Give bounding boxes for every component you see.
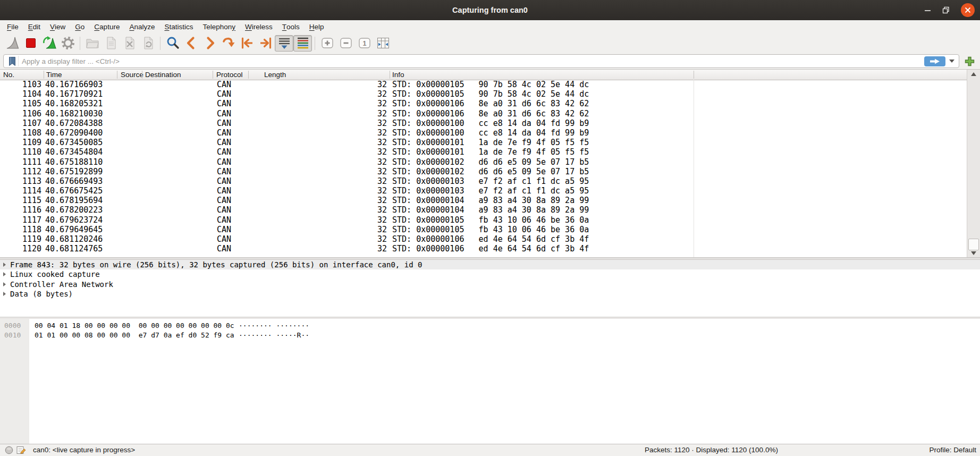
menu-tools[interactable]: Tools bbox=[277, 20, 305, 33]
find-button[interactable] bbox=[163, 35, 182, 52]
cell-no: 1109 bbox=[0, 138, 41, 147]
capture-options-button[interactable] bbox=[58, 35, 77, 52]
expand-arrow-icon[interactable] bbox=[3, 282, 6, 286]
detail-tree-item[interactable]: Linux cooked capture bbox=[0, 269, 980, 279]
column-header-source[interactable]: Source bbox=[121, 70, 143, 80]
column-header-info[interactable]: Info bbox=[392, 70, 404, 80]
packet-row[interactable]: 111740.679623724CAN32STD: 0x00000105 fb … bbox=[0, 215, 967, 225]
cell-info: STD: 0x00000105 fb 43 10 06 46 be 36 0a bbox=[392, 215, 589, 225]
cell-len: 32 bbox=[344, 109, 387, 119]
packet-row[interactable]: 110840.672090400CAN32STD: 0x00000100 cc … bbox=[0, 128, 967, 138]
column-header-no[interactable]: No. bbox=[3, 70, 14, 80]
capture-restart-button[interactable] bbox=[40, 35, 58, 52]
packet-row[interactable]: 110440.167170921CAN32STD: 0x00000105 90 … bbox=[0, 89, 967, 99]
packet-row[interactable]: 111440.676675425CAN32STD: 0x00000103 e7 … bbox=[0, 186, 967, 196]
packet-row[interactable]: 110340.167166903CAN32STD: 0x00000105 90 … bbox=[0, 80, 967, 89]
expert-info-icon[interactable] bbox=[5, 446, 13, 456]
packet-row[interactable]: 111640.678200223CAN32STD: 0x00000104 a9 … bbox=[0, 205, 967, 215]
column-divider[interactable] bbox=[117, 71, 117, 79]
zoom-original-button[interactable]: 1 bbox=[355, 35, 374, 52]
packet-row[interactable]: 111140.675188110CAN32STD: 0x00000102 d6 … bbox=[0, 157, 967, 167]
capture-start-button bbox=[3, 35, 21, 52]
zoom-in-button[interactable] bbox=[318, 35, 336, 52]
display-filter-input[interactable] bbox=[21, 57, 924, 66]
packet-row[interactable]: 110640.168210030CAN32STD: 0x00000106 8e … bbox=[0, 109, 967, 119]
detail-tree-item[interactable]: Frame 843: 32 bytes on wire (256 bits), … bbox=[0, 260, 980, 269]
menu-edit[interactable]: Edit bbox=[23, 20, 45, 33]
column-divider[interactable] bbox=[44, 71, 44, 79]
close-button[interactable] bbox=[961, 3, 975, 17]
menu-file[interactable]: File bbox=[2, 20, 23, 33]
column-header-protocol[interactable]: Protocol bbox=[216, 70, 243, 80]
resize-columns-button[interactable] bbox=[374, 35, 392, 52]
cell-proto: CAN bbox=[217, 89, 231, 99]
expand-arrow-icon[interactable] bbox=[3, 272, 6, 276]
go-last-button[interactable] bbox=[256, 35, 275, 52]
go-to-packet-button[interactable] bbox=[219, 35, 238, 52]
menu-telephony[interactable]: Telephony bbox=[198, 20, 240, 33]
cell-time: 40.672090400 bbox=[45, 128, 103, 138]
packet-row[interactable]: 111040.673454804CAN32STD: 0x00000101 1a … bbox=[0, 147, 967, 157]
column-divider[interactable] bbox=[248, 71, 249, 79]
column-header-length[interactable]: Length bbox=[264, 70, 286, 80]
menu-analyze[interactable]: Analyze bbox=[124, 20, 159, 33]
packet-row[interactable]: 110540.168205321CAN32STD: 0x00000106 8e … bbox=[0, 99, 967, 108]
packet-row[interactable]: 111340.676669493CAN32STD: 0x00000103 e7 … bbox=[0, 176, 967, 186]
filter-dropdown-caret-icon[interactable] bbox=[949, 60, 954, 63]
packet-list-scrollbar[interactable] bbox=[967, 70, 980, 258]
cell-info: STD: 0x00000103 e7 f2 af c1 f1 dc a5 95 bbox=[392, 186, 589, 196]
packet-row[interactable]: 111940.681120246CAN32STD: 0x00000106 ed … bbox=[0, 234, 967, 244]
go-forward-button[interactable] bbox=[200, 35, 219, 52]
colorize-button[interactable] bbox=[293, 35, 312, 52]
menu-go[interactable]: Go bbox=[70, 20, 89, 33]
cell-len: 32 bbox=[344, 147, 387, 157]
display-filter-field[interactable] bbox=[3, 54, 959, 68]
column-header-time[interactable]: Time bbox=[46, 70, 62, 80]
cell-no: 1119 bbox=[0, 234, 41, 244]
capture-comment-icon[interactable] bbox=[16, 445, 26, 456]
packet-row[interactable]: 111540.678195694CAN32STD: 0x00000104 a9 … bbox=[0, 196, 967, 205]
cell-time: 40.678200223 bbox=[45, 205, 103, 215]
column-divider[interactable] bbox=[694, 71, 694, 79]
menu-capture[interactable]: Capture bbox=[89, 20, 124, 33]
menu-view[interactable]: View bbox=[45, 20, 70, 33]
minimize-button[interactable] bbox=[924, 7, 931, 14]
menu-wireless[interactable]: Wireless bbox=[240, 20, 277, 33]
expand-arrow-icon[interactable] bbox=[3, 263, 6, 267]
column-divider[interactable] bbox=[142, 71, 142, 79]
profile-button[interactable]: Profile: Default bbox=[929, 444, 976, 456]
menu-help[interactable]: Help bbox=[305, 20, 329, 33]
column-divider[interactable] bbox=[213, 71, 213, 79]
auto-scroll-button[interactable] bbox=[275, 35, 293, 52]
restore-button[interactable] bbox=[942, 6, 950, 14]
resize-columns-icon bbox=[376, 36, 391, 50]
menu-statistics[interactable]: Statistics bbox=[159, 20, 198, 33]
hex-dump-line[interactable]: 000000 04 01 18 00 00 00 00 00 00 00 00 … bbox=[0, 321, 980, 331]
cell-no: 1112 bbox=[0, 167, 41, 176]
hex-dump-line[interactable]: 001001 01 00 00 08 00 00 00 e7 d7 0a ef … bbox=[0, 331, 980, 340]
packet-row[interactable]: 111840.679649645CAN32STD: 0x00000105 fb … bbox=[0, 225, 967, 234]
cell-no: 1113 bbox=[0, 176, 41, 186]
scrollbar-up-icon[interactable] bbox=[967, 70, 980, 79]
go-first-button[interactable] bbox=[238, 35, 256, 52]
packet-row[interactable]: 112040.681124765CAN32STD: 0x00000106 ed … bbox=[0, 244, 967, 254]
reload-icon bbox=[141, 36, 156, 50]
detail-tree-item[interactable]: Data (8 bytes) bbox=[0, 289, 980, 299]
apply-filter-button[interactable] bbox=[924, 56, 945, 66]
column-header-destination[interactable]: Destination bbox=[145, 70, 181, 80]
go-back-button[interactable] bbox=[182, 35, 200, 52]
packet-row[interactable]: 110740.672084388CAN32STD: 0x00000100 cc … bbox=[0, 119, 967, 128]
filter-bookmark-icon[interactable] bbox=[6, 56, 19, 66]
scrollbar-down-icon[interactable] bbox=[967, 249, 980, 258]
cell-info: STD: 0x00000100 cc e8 14 da 04 fd 99 b9 bbox=[392, 128, 589, 138]
cell-no: 1111 bbox=[0, 157, 41, 167]
add-filter-button-plus-icon[interactable] bbox=[962, 54, 977, 68]
capture-stop-button[interactable] bbox=[21, 35, 40, 52]
cell-time: 40.679623724 bbox=[45, 215, 103, 225]
packet-row[interactable]: 110940.673450085CAN32STD: 0x00000101 1a … bbox=[0, 138, 967, 147]
column-divider[interactable] bbox=[390, 71, 390, 79]
zoom-out-button[interactable] bbox=[336, 35, 355, 52]
detail-tree-item[interactable]: Controller Area Network bbox=[0, 280, 980, 289]
expand-arrow-icon[interactable] bbox=[3, 292, 6, 296]
packet-row[interactable]: 111240.675192899CAN32STD: 0x00000102 d6 … bbox=[0, 167, 967, 176]
